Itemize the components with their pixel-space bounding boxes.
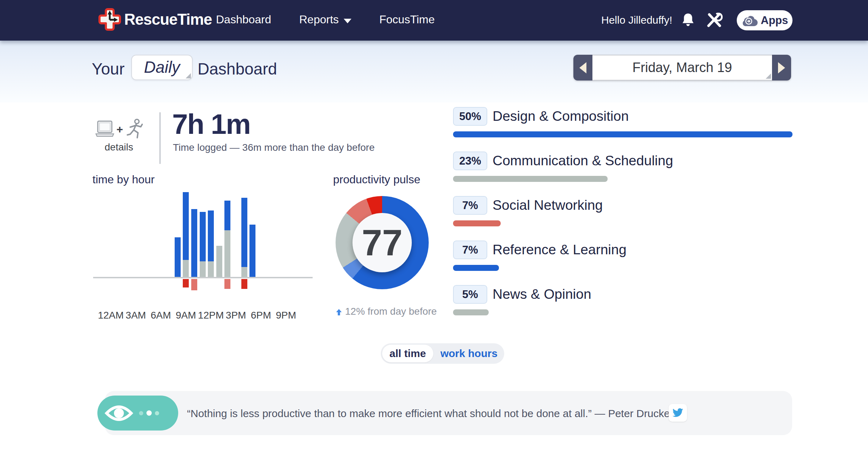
view-selector-value: Daily (144, 58, 180, 76)
date-selector: Friday, March 19 (573, 55, 791, 81)
arrow-right-icon (778, 62, 785, 73)
category-label[interactable]: News & Opinion (493, 286, 591, 302)
productive-segment (208, 210, 214, 261)
hour-bar-5pm (249, 225, 255, 277)
productive-segment (200, 212, 206, 261)
time-by-hour-chart: 12AM3AM6AM9AM12PM3PM6PM9PM (93, 187, 313, 321)
x-axis-label: 12PM (198, 310, 224, 321)
notifications-bell-icon[interactable] (682, 13, 694, 28)
x-axis-label: 6AM (151, 310, 171, 321)
productive-segment (191, 209, 197, 277)
category-bar (453, 131, 792, 137)
dropdown-grip-icon (766, 73, 771, 79)
brand-name[interactable]: RescueTime (124, 11, 212, 28)
x-axis-label: 3PM (226, 310, 246, 321)
neutral-segment (200, 261, 206, 277)
toggle-work-hours[interactable]: work hours (437, 345, 501, 362)
neutral-segment (216, 246, 222, 277)
hour-bar-11am (200, 212, 206, 277)
category-label[interactable]: Communication & Scheduling (493, 153, 673, 168)
category-percent-badge: 5% (453, 285, 487, 304)
date-label: Friday, March 19 (632, 60, 732, 75)
very_distracting-segment (241, 279, 247, 289)
quote-text: “Nothing is less productive than to make… (187, 408, 673, 420)
settings-tools-icon[interactable] (706, 13, 723, 30)
pulse-change-note: 12% from day before (336, 306, 429, 317)
productivity-pulse-donut: 77 (336, 196, 429, 289)
productivity-pulse-title: productivity pulse (333, 173, 420, 186)
neutral-segment (224, 230, 230, 277)
neutral-segment (208, 261, 214, 277)
pulse-score: 77 (362, 222, 403, 264)
hour-bar-2pm (224, 201, 230, 277)
arrow-left-icon (579, 62, 586, 73)
ellipsis-dots-icon (139, 410, 159, 416)
time-by-hour-title: time by hour (92, 173, 155, 186)
plus-glyph: + (116, 123, 123, 136)
rescuetime-logo-icon[interactable] (98, 8, 121, 33)
view-selector-dropdown[interactable]: Daily (131, 55, 193, 80)
hour-bar-10am (191, 209, 197, 277)
neutral-segment (241, 267, 247, 277)
divider (159, 112, 161, 164)
category-percent-badge: 7% (453, 196, 487, 215)
page-title-prefix: Your (92, 59, 125, 78)
tweet-share-button[interactable] (669, 404, 687, 422)
details-link[interactable]: details (92, 142, 145, 153)
x-axis-label: 12AM (98, 310, 123, 321)
category-label[interactable]: Social Networking (493, 197, 603, 213)
category-label[interactable]: Design & Composition (493, 108, 629, 124)
distracting-segment (191, 279, 197, 290)
user-greeting: Hello Jilleduffy! (601, 14, 672, 26)
nav-item-reports[interactable]: Reports (299, 13, 351, 26)
nav-item-dashboard[interactable]: Dashboard (216, 13, 271, 26)
twitter-bird-icon (673, 408, 683, 417)
category-bar (453, 176, 608, 182)
apps-button[interactable]: Apps (737, 10, 792, 30)
hour-bar-9am (183, 192, 189, 277)
x-axis-label: 3AM (126, 310, 146, 321)
next-day-button[interactable] (772, 55, 791, 81)
productive-segment (249, 225, 255, 277)
eye-icon (104, 403, 134, 423)
laptop-icon (95, 120, 114, 138)
devices-icons: + (95, 119, 145, 140)
cloud-apps-icon (741, 14, 758, 27)
rescuetime-dashboard: RescueTime Dashboard Reports FocusTime H… (0, 0, 868, 457)
productive-segment (241, 198, 247, 267)
chevron-down-icon (344, 19, 351, 23)
category-bar (453, 265, 499, 271)
category-label[interactable]: Reference & Learning (493, 242, 626, 257)
category-bar (453, 220, 501, 226)
category-bar (453, 309, 489, 315)
very_distracting-segment (183, 279, 189, 287)
x-axis-label: 9PM (276, 310, 296, 321)
arrow-up-icon (336, 309, 342, 315)
x-axis-label: 9AM (176, 310, 196, 321)
category-percent-badge: 50% (453, 107, 487, 126)
dropdown-grip-icon (186, 73, 191, 78)
hour-bar-8am (175, 237, 181, 277)
x-axis-label: 6PM (251, 310, 271, 321)
date-display-dropdown[interactable]: Friday, March 19 (592, 55, 772, 81)
previous-day-button[interactable] (573, 55, 592, 81)
hour-bar-4pm (241, 198, 247, 277)
pulse-change-text: 12% from day before (345, 306, 437, 317)
productive-segment (224, 201, 230, 230)
top-nav: RescueTime Dashboard Reports FocusTime H… (0, 0, 868, 41)
nav-item-focustime[interactable]: FocusTime (379, 13, 435, 26)
donut-center: 77 (352, 213, 412, 272)
category-percent-badge: 7% (453, 241, 487, 259)
time-logged-value: 7h 1m (172, 108, 250, 141)
category-percent-badge: 23% (453, 152, 487, 170)
time-scope-toggle: all time work hours (381, 343, 504, 364)
productive-segment (175, 237, 181, 277)
time-logged-note: Time logged — 36m more than the day befo… (173, 142, 375, 153)
page-title-suffix: Dashboard (198, 59, 277, 78)
running-person-icon (125, 119, 144, 140)
apps-button-label: Apps (761, 14, 788, 27)
hour-bar-1pm (216, 246, 222, 277)
toggle-all-time[interactable]: all time (382, 345, 433, 362)
neutral-segment (183, 260, 189, 277)
chart-axis-line (93, 277, 313, 278)
